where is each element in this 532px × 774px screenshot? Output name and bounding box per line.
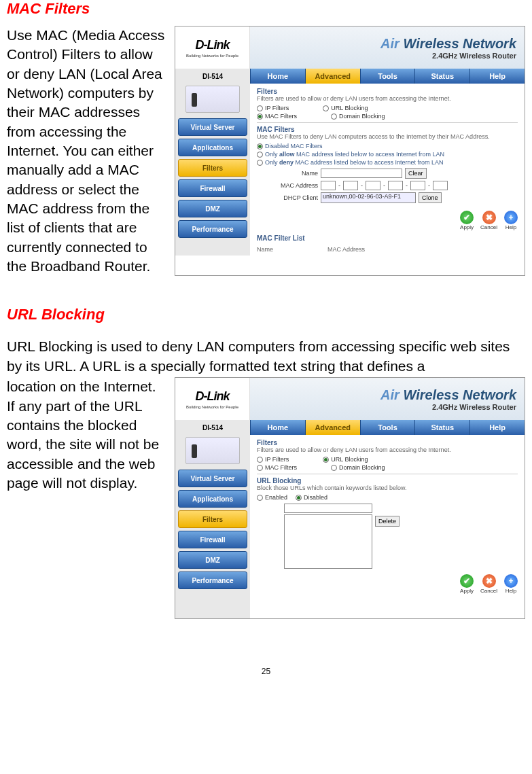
radio-disabled[interactable]: Disabled — [296, 494, 327, 501]
radio-mac-filters[interactable]: MAC Filters — [257, 464, 297, 471]
radio-url-blocking[interactable]: URL Blocking — [323, 456, 368, 463]
url-blocking-desc: Block those URLs which contain keywords … — [257, 485, 518, 491]
tab-tools[interactable]: Tools — [360, 420, 415, 435]
keyword-input[interactable] — [284, 504, 372, 513]
radio-ip-filters[interactable]: IP Filters — [257, 105, 289, 111]
radio-domain-blocking[interactable]: Domain Blocking — [331, 464, 385, 471]
tab-help[interactable]: Help — [469, 69, 525, 84]
dlink-tagline: Building Networks for People — [186, 54, 238, 58]
brand-logo: D-Link Building Networks for People — [175, 378, 250, 420]
page-number: 25 — [7, 667, 525, 683]
sidebar-dmz[interactable]: DMZ — [178, 200, 247, 217]
clear-button[interactable]: Clear — [405, 168, 427, 179]
check-icon: ✔ — [460, 211, 474, 224]
col-name: Name — [257, 246, 273, 253]
sidebar-virtual-server[interactable]: Virtual Server — [178, 470, 247, 487]
sidebar-applications[interactable]: Applications — [178, 139, 247, 156]
sidebar-dmz[interactable]: DMZ — [178, 551, 247, 569]
sidebar-firewall[interactable]: Firewall — [178, 179, 247, 197]
sidebar-firewall[interactable]: Firewall — [178, 531, 247, 548]
mac-filters-heading: MAC Filters — [257, 126, 518, 133]
router-ui-mac-filters: D-Link Building Networks for People Air … — [175, 26, 525, 276]
dlink-tagline: Building Networks for People — [186, 405, 238, 409]
tab-advanced[interactable]: Advanced — [305, 420, 360, 435]
col-mac-address: MAC Address — [327, 246, 365, 253]
dlink-wordmark: D-Link — [196, 389, 230, 404]
sidebar: DI-514 Virtual Server Applications Filte… — [175, 69, 250, 256]
section2-body-text: location on the Internet. If any part of… — [7, 377, 166, 619]
sidebar: DI-514 Virtual Server Applications Filte… — [175, 420, 250, 618]
input-mac-1[interactable] — [321, 181, 336, 190]
cross-icon: ✖ — [482, 574, 496, 588]
check-icon: ✔ — [460, 574, 474, 588]
keyword-list[interactable] — [284, 514, 372, 569]
url-blocking-heading: URL Blocking — [257, 477, 518, 485]
product-name: Air Wireless Network — [380, 387, 516, 403]
tab-advanced[interactable]: Advanced — [305, 69, 360, 84]
plus-icon: + — [504, 574, 518, 588]
tab-home[interactable]: Home — [250, 420, 305, 435]
section2-heading: URL Blocking — [7, 306, 525, 323]
section1-heading: MAC Filters — [7, 0, 525, 26]
section2-intro-text: URL Blocking is used to deny LAN compute… — [7, 337, 525, 376]
apply-button[interactable]: ✔Apply — [460, 211, 474, 230]
radio-ip-filters[interactable]: IP Filters — [257, 456, 289, 463]
model-label: DI-514 — [202, 424, 223, 432]
sidebar-performance[interactable]: Performance — [178, 220, 247, 238]
device-image — [185, 437, 240, 464]
mac-filters-desc: Use MAC Filters to deny LAN computers ac… — [257, 133, 518, 140]
help-button[interactable]: +Help — [504, 211, 518, 230]
input-mac-4[interactable] — [388, 181, 403, 190]
cross-icon: ✖ — [482, 211, 496, 224]
clone-button[interactable]: Clone — [419, 192, 442, 203]
filters-desc: Filters are used to allow or deny LAN us… — [257, 446, 518, 453]
product-subtitle: 2.4GHz Wireless Router — [432, 403, 516, 411]
input-name[interactable] — [321, 169, 402, 178]
tab-tools[interactable]: Tools — [360, 69, 415, 84]
tab-status[interactable]: Status — [414, 69, 469, 84]
cancel-button[interactable]: ✖Cancel — [480, 574, 497, 594]
label-name: Name — [257, 170, 318, 177]
product-subtitle: 2.4GHz Wireless Router — [432, 52, 516, 60]
dhcp-client-select[interactable]: unknown,00-02-96-03-A9-F1 — [321, 192, 416, 203]
cancel-button[interactable]: ✖Cancel — [480, 211, 497, 230]
main-tabs: Home Advanced Tools Status Help — [250, 69, 525, 84]
mac-filter-list-heading: MAC Filter List — [257, 234, 518, 242]
product-name: Air Wireless Network — [380, 36, 516, 52]
radio-enabled[interactable]: Enabled — [257, 494, 287, 501]
radio-domain-blocking[interactable]: Domain Blocking — [331, 113, 385, 120]
device-image — [185, 86, 240, 113]
model-label: DI-514 — [202, 73, 223, 80]
product-banner: Air Wireless Network 2.4GHz Wireless Rou… — [250, 378, 525, 420]
sidebar-applications[interactable]: Applications — [178, 490, 247, 508]
radio-url-blocking[interactable]: URL Blocking — [323, 105, 368, 111]
main-tabs: Home Advanced Tools Status Help — [250, 420, 525, 435]
product-banner: Air Wireless Network 2.4GHz Wireless Rou… — [250, 27, 525, 69]
input-mac-2[interactable] — [343, 181, 358, 190]
radio-allow-mac[interactable]: Only allow MAC address listed below to a… — [257, 151, 518, 158]
radio-deny-mac[interactable]: Only deny MAC address listed below to ac… — [257, 159, 518, 166]
input-mac-3[interactable] — [366, 181, 380, 190]
sidebar-performance[interactable]: Performance — [178, 571, 247, 589]
section1-body-text: Use MAC (Media Access Control) Filters t… — [7, 26, 166, 276]
tab-home[interactable]: Home — [250, 69, 305, 84]
sidebar-filters[interactable]: Filters — [178, 159, 247, 177]
label-mac-address: MAC Address — [257, 182, 318, 189]
radio-disabled-mac[interactable]: Disabled MAC Filters — [257, 143, 518, 149]
help-button[interactable]: +Help — [504, 574, 518, 594]
input-mac-5[interactable] — [410, 181, 425, 190]
tab-status[interactable]: Status — [414, 420, 469, 435]
radio-mac-filters[interactable]: MAC Filters — [257, 113, 297, 120]
delete-button[interactable]: Delete — [375, 516, 400, 527]
plus-icon: + — [504, 211, 518, 224]
input-mac-6[interactable] — [433, 181, 448, 190]
filters-heading: Filters — [257, 439, 518, 446]
label-dhcp-client: DHCP Client — [257, 194, 318, 201]
filters-desc: Filters are used to allow or deny LAN us… — [257, 95, 518, 102]
apply-button[interactable]: ✔Apply — [460, 574, 474, 594]
router-ui-url-blocking: D-Link Building Networks for People Air … — [175, 377, 525, 619]
filters-heading: Filters — [257, 88, 518, 95]
tab-help[interactable]: Help — [469, 420, 525, 435]
sidebar-virtual-server[interactable]: Virtual Server — [178, 118, 247, 136]
sidebar-filters[interactable]: Filters — [178, 510, 247, 528]
